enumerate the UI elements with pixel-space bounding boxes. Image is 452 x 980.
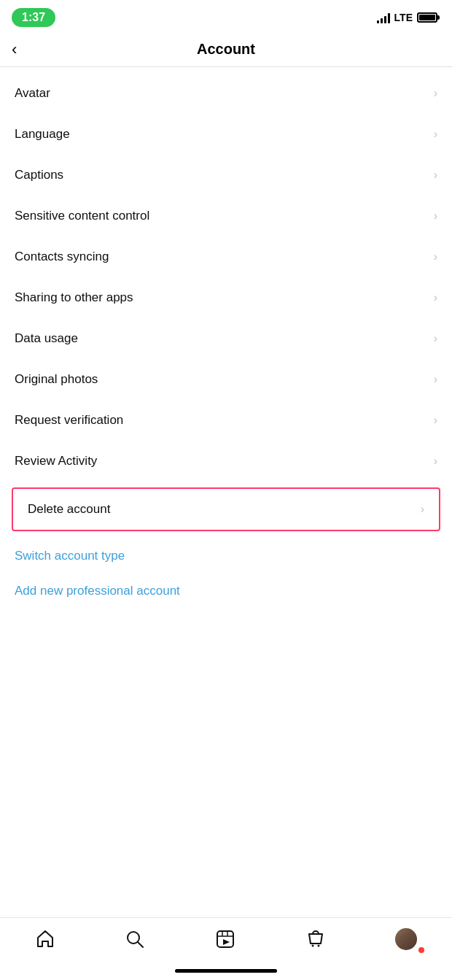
status-bar: 1:37 LTE — [0, 0, 452, 32]
chevron-icon-captions: › — [434, 169, 437, 182]
menu-item-contacts-syncing[interactable]: Contacts syncing › — [0, 236, 452, 277]
status-icons: LTE — [377, 12, 437, 23]
menu-item-label-delete: Delete account — [28, 502, 110, 517]
chevron-icon-review: › — [434, 455, 437, 468]
chevron-icon-language: › — [434, 128, 437, 141]
menu-item-label-sensitive: Sensitive content control — [15, 209, 149, 223]
menu-item-label-captions: Captions — [15, 168, 63, 182]
header: ‹ Account — [0, 32, 452, 67]
avatar — [395, 928, 417, 950]
nav-item-reels[interactable] — [208, 926, 243, 952]
chevron-icon-contacts: › — [434, 250, 437, 263]
bottom-nav — [0, 917, 452, 965]
svg-marker-6 — [223, 939, 230, 945]
home-indicator — [0, 965, 452, 980]
menu-item-label-sharing: Sharing to other apps — [15, 290, 133, 305]
shop-icon — [305, 929, 326, 949]
menu-item-label-photos: Original photos — [15, 372, 98, 387]
svg-point-7 — [311, 945, 313, 947]
battery-icon — [417, 12, 437, 23]
signal-icon — [377, 12, 390, 23]
menu-item-delete-account[interactable]: Delete account › — [12, 487, 440, 531]
chevron-icon-delete: › — [421, 503, 424, 516]
notification-dot — [418, 947, 424, 953]
switch-account-type-link[interactable]: Switch account type — [0, 539, 452, 574]
menu-item-captions[interactable]: Captions › — [0, 155, 452, 196]
chevron-icon-photos: › — [434, 373, 437, 386]
menu-list: Avatar › Language › Captions › Sensitive… — [0, 67, 452, 917]
svg-point-8 — [317, 945, 319, 947]
chevron-icon-avatar: › — [434, 87, 437, 100]
reels-icon — [215, 929, 235, 949]
menu-item-data-usage[interactable]: Data usage › — [0, 318, 452, 359]
menu-item-sensitive-content[interactable]: Sensitive content control › — [0, 196, 452, 236]
chevron-icon-sharing: › — [434, 291, 437, 304]
menu-item-label-data: Data usage — [15, 331, 78, 346]
menu-item-label-review: Review Activity — [15, 454, 97, 468]
link-label-professional: Add new professional account — [15, 584, 180, 598]
chevron-icon-sensitive: › — [434, 209, 437, 223]
lte-label: LTE — [394, 12, 413, 23]
nav-item-home[interactable] — [28, 926, 63, 952]
menu-item-language[interactable]: Language › — [0, 114, 452, 155]
menu-item-avatar[interactable]: Avatar › — [0, 73, 452, 114]
page-title: Account — [197, 41, 255, 58]
home-bar — [175, 969, 277, 973]
search-icon — [125, 929, 145, 949]
back-button[interactable]: ‹ — [12, 42, 17, 58]
menu-item-review-activity[interactable]: Review Activity › — [0, 441, 452, 482]
menu-item-original-photos[interactable]: Original photos › — [0, 359, 452, 400]
menu-item-sharing[interactable]: Sharing to other apps › — [0, 277, 452, 318]
nav-item-search[interactable] — [117, 926, 152, 952]
menu-item-label-verification: Request verification — [15, 413, 123, 428]
menu-item-label-contacts: Contacts syncing — [15, 250, 109, 264]
link-label-switch: Switch account type — [15, 549, 125, 563]
menu-item-label-language: Language — [15, 127, 70, 142]
add-professional-account-link[interactable]: Add new professional account — [0, 574, 452, 609]
nav-item-profile[interactable] — [388, 925, 424, 953]
menu-item-label-avatar: Avatar — [15, 86, 50, 101]
nav-item-shop[interactable] — [298, 926, 333, 952]
chevron-icon-verification: › — [434, 414, 437, 427]
svg-line-1 — [138, 942, 143, 947]
time-display: 1:37 — [12, 8, 55, 27]
home-icon — [35, 929, 55, 949]
chevron-icon-data: › — [434, 332, 437, 345]
svg-rect-2 — [217, 931, 233, 947]
menu-item-request-verification[interactable]: Request verification › — [0, 400, 452, 441]
